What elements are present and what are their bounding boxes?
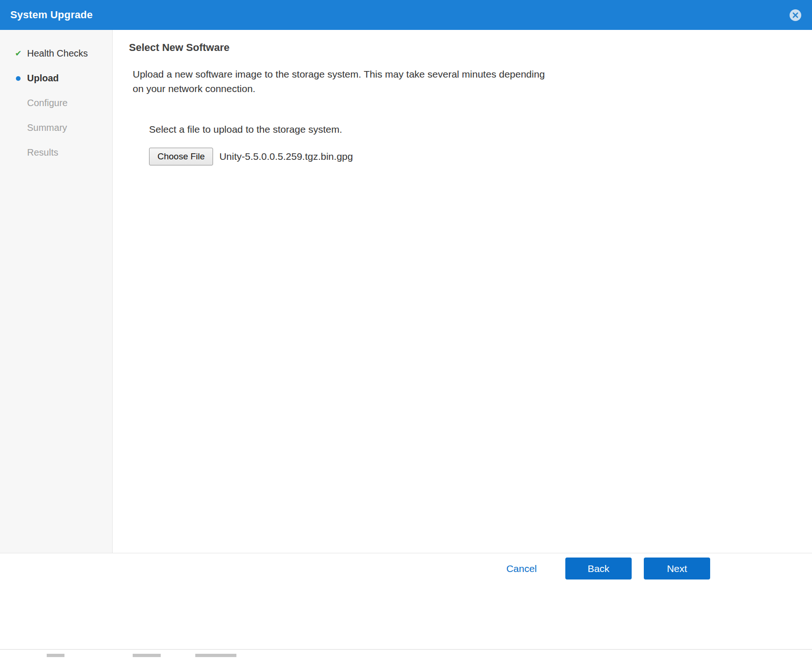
choose-file-button[interactable]: Choose File bbox=[149, 148, 213, 165]
sidebar-item-upload[interactable]: Upload bbox=[0, 66, 112, 91]
description-line1: Upload a new software image to the stora… bbox=[133, 67, 798, 81]
dialog-title: System Upgrade bbox=[10, 9, 93, 21]
current-step-dot-icon bbox=[15, 76, 27, 81]
step-label: Upload bbox=[27, 73, 59, 84]
wizard-sidebar: ✔ Health Checks Upload Configure Summary… bbox=[0, 30, 113, 553]
close-button[interactable] bbox=[789, 8, 802, 21]
check-icon: ✔ bbox=[15, 50, 27, 57]
file-upload-prompt: Select a file to upload to the storage s… bbox=[149, 124, 798, 135]
dialog-titlebar: System Upgrade bbox=[0, 0, 812, 30]
next-button[interactable]: Next bbox=[644, 558, 710, 579]
cancel-button[interactable]: Cancel bbox=[506, 563, 537, 574]
close-icon bbox=[789, 9, 802, 21]
background-artifact bbox=[195, 654, 236, 657]
selected-file-name: Unity-5.5.0.0.5.259.tgz.bin.gpg bbox=[219, 151, 353, 162]
sidebar-item-summary: Summary bbox=[0, 115, 112, 140]
back-button[interactable]: Back bbox=[565, 558, 632, 579]
main-content: Select New Software Upload a new softwar… bbox=[113, 30, 812, 553]
step-label: Summary bbox=[27, 122, 67, 133]
description-line2: on your network connection. bbox=[133, 81, 798, 96]
sidebar-item-configure: Configure bbox=[0, 91, 112, 115]
step-label: Results bbox=[27, 147, 58, 158]
dialog-footer: Cancel Back Next bbox=[0, 553, 812, 650]
background-artifact bbox=[47, 654, 64, 657]
sidebar-item-results: Results bbox=[0, 140, 112, 165]
background-artifact bbox=[133, 654, 161, 657]
background-page-edge bbox=[0, 650, 812, 658]
description: Upload a new software image to the stora… bbox=[133, 67, 798, 96]
page-title: Select New Software bbox=[129, 42, 798, 54]
step-label: Health Checks bbox=[27, 48, 88, 59]
file-input-row: Choose File Unity-5.5.0.0.5.259.tgz.bin.… bbox=[149, 148, 798, 165]
step-label: Configure bbox=[27, 98, 68, 108]
sidebar-item-health-checks[interactable]: ✔ Health Checks bbox=[0, 41, 112, 66]
